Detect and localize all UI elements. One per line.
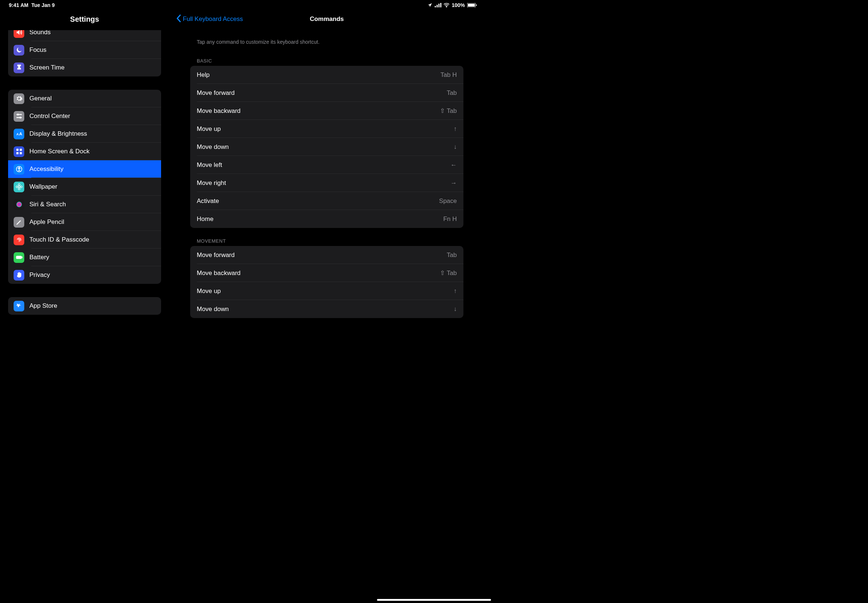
slider-icon [14, 111, 24, 122]
command-label: Move down [197, 306, 229, 313]
flower-icon [14, 182, 24, 192]
section-header: MOVEMENT [190, 228, 463, 246]
command-row-move-up[interactable]: Move up↑ [190, 282, 463, 300]
cellular-icon [435, 3, 441, 7]
command-row-help[interactable]: HelpTab H [190, 66, 463, 84]
sidebar-item-wallpaper[interactable]: Wallpaper [8, 178, 161, 196]
svg-rect-3 [440, 3, 441, 7]
sidebar-item-label: Touch ID & Passcode [29, 236, 90, 243]
svg-rect-0 [435, 6, 436, 7]
command-label: Move up [197, 288, 221, 295]
sidebar-group: App Store [8, 297, 161, 315]
command-shortcut: ↑ [454, 125, 457, 133]
status-date: Tue Jan 9 [31, 2, 55, 8]
battery-icon [467, 3, 477, 7]
command-shortcut: → [450, 179, 457, 187]
sidebar-item-focus[interactable]: Focus [8, 41, 161, 59]
svg-rect-6 [468, 4, 475, 7]
svg-rect-14 [16, 149, 19, 151]
command-row-move-up[interactable]: Move up↑ [190, 120, 463, 138]
sidebar-item-label: Home Screen & Dock [29, 148, 90, 155]
sidebar-title: Settings [0, 8, 169, 30]
command-label: Move backward [197, 107, 241, 115]
detail-subtitle: Tap any command to customize its keyboar… [190, 30, 463, 48]
command-label: Move right [197, 179, 226, 187]
command-row-move-backward[interactable]: Move backward⇧ Tab [190, 264, 463, 282]
svg-rect-7 [476, 5, 477, 6]
command-row-move-forward[interactable]: Move forwardTab [190, 246, 463, 264]
command-shortcut: ← [450, 161, 457, 169]
battery-icon [14, 252, 24, 263]
command-label: Move up [197, 125, 221, 133]
svg-rect-2 [438, 4, 439, 7]
sidebar-item-sounds[interactable]: Sounds [8, 30, 161, 41]
sidebar-item-label: Focus [29, 46, 46, 54]
section-header: BASIC [190, 48, 463, 66]
svg-point-20 [18, 186, 20, 188]
command-row-move-down[interactable]: Move down↓ [190, 300, 463, 318]
battery-percent: 100% [452, 2, 465, 8]
sidebar-item-label: Sounds [29, 30, 51, 36]
command-row-move-backward[interactable]: Move backward⇧ Tab [190, 102, 463, 120]
command-shortcut: ↓ [454, 144, 457, 151]
sidebar-group: SoundsFocusScreen Time [8, 30, 161, 76]
sidebar-item-label: Apple Pencil [29, 218, 64, 226]
command-row-activate[interactable]: ActivateSpace [190, 192, 463, 210]
svg-point-11 [19, 116, 21, 118]
svg-rect-26 [16, 256, 21, 259]
command-shortcut: Tab H [441, 71, 457, 79]
command-label: Help [197, 71, 210, 79]
wifi-icon [444, 3, 449, 7]
command-label: Move forward [197, 89, 235, 97]
access-icon [14, 164, 24, 175]
sidebar-item-display-brightness[interactable]: AADisplay & Brightness [8, 125, 161, 143]
back-button[interactable]: Full Keyboard Access [176, 14, 243, 24]
svg-point-10 [17, 114, 19, 116]
svg-point-25 [16, 202, 22, 207]
grid-icon [14, 146, 24, 157]
sidebar-item-control-center[interactable]: Control Center [8, 107, 161, 125]
finger-icon [14, 235, 24, 245]
sidebar-item-label: Display & Brightness [29, 130, 87, 138]
command-label: Home [197, 215, 214, 223]
hourglass-icon [14, 62, 24, 73]
command-label: Move down [197, 144, 229, 151]
speaker-icon [14, 30, 24, 38]
status-time: 9:41 AM [9, 2, 28, 8]
sidebar-item-accessibility[interactable]: Accessibility [8, 160, 161, 178]
sidebar: Settings SoundsFocusScreen TimeGeneralCo… [0, 8, 170, 336]
moon-icon [14, 45, 24, 56]
svg-rect-15 [20, 149, 22, 151]
svg-point-21 [18, 184, 20, 186]
back-label: Full Keyboard Access [183, 15, 243, 23]
command-row-move-left[interactable]: Move left← [190, 156, 463, 174]
command-shortcut: ↑ [454, 288, 457, 295]
sidebar-item-screen-time[interactable]: Screen Time [8, 59, 161, 76]
sidebar-item-general[interactable]: General [8, 90, 161, 107]
command-row-move-down[interactable]: Move down↓ [190, 138, 463, 156]
command-row-home[interactable]: HomeFn H [190, 210, 463, 228]
sidebar-item-touch-id-passcode[interactable]: Touch ID & Passcode [8, 231, 161, 249]
command-row-move-right[interactable]: Move right→ [190, 174, 463, 192]
command-row-move-forward[interactable]: Move forwardTab [190, 84, 463, 102]
sidebar-item-siri-search[interactable]: Siri & Search [8, 196, 161, 213]
sidebar-item-label: Screen Time [29, 64, 64, 71]
sidebar-item-home-screen-dock[interactable]: Home Screen & Dock [8, 143, 161, 160]
sidebar-item-app-store[interactable]: App Store [8, 297, 161, 315]
detail-pane: Full Keyboard Access Commands Tap any co… [170, 8, 484, 336]
sidebar-item-battery[interactable]: Battery [8, 249, 161, 266]
svg-text:A: A [19, 131, 22, 136]
sidebar-item-label: Battery [29, 254, 49, 261]
command-shortcut: Tab [447, 89, 457, 97]
sidebar-item-label: Privacy [29, 271, 50, 279]
command-label: Move backward [197, 269, 241, 277]
sidebar-item-label: Siri & Search [29, 201, 66, 208]
chevron-left-icon [176, 14, 181, 24]
command-shortcut: ⇧ Tab [440, 107, 457, 115]
command-shortcut: Space [439, 198, 457, 205]
sidebar-item-apple-pencil[interactable]: Apple Pencil [8, 213, 161, 231]
location-icon [427, 3, 433, 8]
status-bar: 9:41 AM Tue Jan 9 100% [0, 0, 484, 8]
sidebar-item-privacy[interactable]: Privacy [8, 266, 161, 284]
sidebar-group: GeneralControl CenterAADisplay & Brightn… [8, 90, 161, 284]
